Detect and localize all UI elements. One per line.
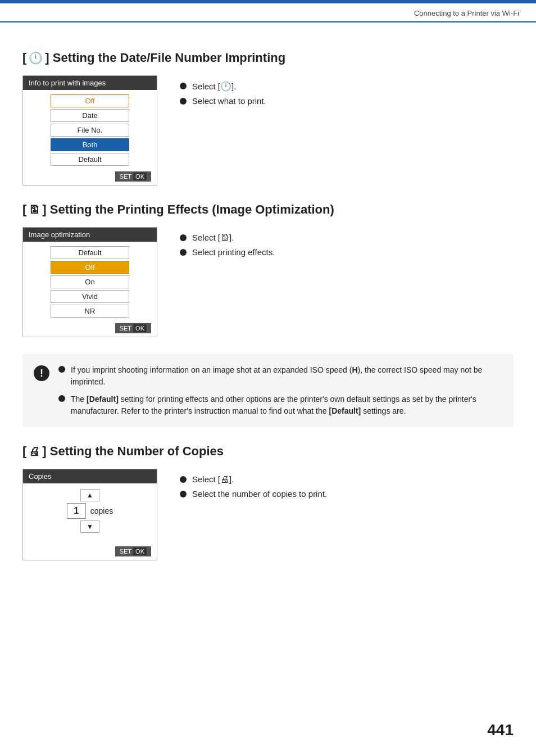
section1-title-text: ] Setting the Date/File Number Imprintin… <box>45 51 285 65</box>
menu-item-date[interactable]: Date <box>51 109 129 122</box>
bullet-dot-6 <box>180 491 187 497</box>
note-item-2: The [Default] setting for printing effec… <box>58 393 502 417</box>
bullet-dot-3 <box>180 234 187 241</box>
section1-bullets: Select [🕛]. Select what to print. <box>180 75 266 106</box>
copies-stepper: ▲ 1 copies ▼ <box>67 489 113 533</box>
menu-item-vivid[interactable]: Vivid <box>51 290 129 303</box>
page-header-label: Connecting to a Printer via Wi-Fi <box>0 3 536 21</box>
note-dot-1 <box>58 366 65 373</box>
section3-icon: 🖨 <box>29 445 40 458</box>
section3-bracket-open: [ <box>22 444 26 459</box>
stepper-up-button[interactable]: ▲ <box>80 489 99 501</box>
set-ok-button-1[interactable]: SET OK <box>115 171 151 182</box>
ok-label-2: OK <box>133 324 147 332</box>
section1-bullet-1-text: Select [🕛]. <box>192 81 236 92</box>
section2-block: Image optimization Default Off On Vivid … <box>22 227 514 337</box>
set-ok-button-2[interactable]: SET OK <box>115 323 151 333</box>
section2-icon: 🖻 <box>29 203 40 216</box>
header-text: Connecting to a Printer via Wi-Fi <box>414 9 519 17</box>
note-items: If you imprint shooting information on a… <box>58 364 502 417</box>
section1-menu-title: Info to print with images <box>23 76 157 90</box>
section1-menu: Info to print with images Off Date File … <box>22 75 157 185</box>
caution-icon: ! <box>34 365 49 381</box>
section1-icon: 🕛 <box>29 51 43 65</box>
menu-item-nr[interactable]: NR <box>51 305 129 318</box>
section3-bullet-1: Select [🖨]. <box>180 474 327 485</box>
note-item-1: If you imprint shooting information on a… <box>58 364 502 388</box>
section2-menu-items: Default Off On Vivid NR <box>23 242 157 320</box>
section2-menu: Image optimization Default Off On Vivid … <box>22 227 157 337</box>
section2-menu-footer: SET OK <box>23 320 157 337</box>
header-divider <box>0 21 536 22</box>
stepper-down-icon: ▼ <box>87 523 93 531</box>
set-label-1: SET <box>120 173 131 180</box>
section1-bracket-open: [ <box>22 51 26 65</box>
section1-bullet-2-text: Select what to print. <box>192 96 266 106</box>
section2-title-text: ] Setting the Printing Effects (Image Op… <box>42 202 334 217</box>
section3-block: Copies ▲ 1 copies ▼ S <box>22 469 514 560</box>
stepper-down-button[interactable]: ▼ <box>80 520 99 533</box>
note-box: ! If you imprint shooting information on… <box>22 354 514 427</box>
menu-item-both[interactable]: Both <box>51 138 129 151</box>
stepper-value: 1 <box>67 503 86 519</box>
section3-menu: Copies ▲ 1 copies ▼ S <box>22 469 157 560</box>
set-label-2: SET <box>120 325 131 332</box>
menu-item-off[interactable]: Off <box>51 94 129 107</box>
set-label-3: SET <box>120 548 131 555</box>
section3-menu-footer: SET OK <box>23 543 157 560</box>
section1-block: Info to print with images Off Date File … <box>22 75 514 185</box>
section1-title: [ 🕛 ] Setting the Date/File Number Impri… <box>22 51 514 65</box>
bullet-dot-1 <box>180 83 187 89</box>
menu-item-fileno[interactable]: File No. <box>51 124 129 137</box>
section1-menu-items: Off Date File No. Both Default <box>23 90 157 168</box>
section3-title-text: ] Setting the Number of Copies <box>42 444 224 459</box>
note-text-2: The [Default] setting for printing effec… <box>71 393 502 417</box>
set-ok-button-3[interactable]: SET OK <box>115 546 151 556</box>
stepper-up-icon: ▲ <box>87 491 93 499</box>
copies-label: copies <box>90 506 113 515</box>
page-number: 441 <box>487 721 514 739</box>
copies-menu-items: ▲ 1 copies ▼ <box>23 483 157 535</box>
section1-menu-footer: SET OK <box>23 168 157 185</box>
menu-item-off2[interactable]: Off <box>51 261 129 274</box>
section2-bullet-1: Select [🖻]. <box>180 233 275 243</box>
bullet-dot-4 <box>180 249 187 256</box>
menu-item-default[interactable]: Default <box>51 153 129 166</box>
bullet-dot-2 <box>180 98 187 105</box>
ok-label-3: OK <box>133 547 147 555</box>
note-text-1: If you imprint shooting information on a… <box>71 364 502 388</box>
section3-title: [ 🖨 ] Setting the Number of Copies <box>22 444 514 459</box>
section3-bullet-2: Select the number of copies to print. <box>180 489 327 499</box>
note-dot-2 <box>58 395 65 402</box>
section2-bullets: Select [🖻]. Select printing effects. <box>180 227 275 257</box>
stepper-value-row: 1 copies <box>67 503 113 519</box>
ok-label-1: OK <box>133 173 147 180</box>
page-content: [ 🕛 ] Setting the Date/File Number Impri… <box>0 34 536 600</box>
section2-menu-title: Image optimization <box>23 228 157 242</box>
section2-title: [ 🖻 ] Setting the Printing Effects (Imag… <box>22 202 514 217</box>
section2-bracket-open: [ <box>22 202 26 217</box>
section3-menu-title: Copies <box>23 469 157 483</box>
section2-bullet-1-text: Select [🖻]. <box>192 233 234 243</box>
section1-bullet-1: Select [🕛]. <box>180 81 266 92</box>
menu-item-default2[interactable]: Default <box>51 246 129 259</box>
menu-item-on[interactable]: On <box>51 275 129 288</box>
section3-bullet-1-text: Select [🖨]. <box>192 474 234 485</box>
section2-bullet-2: Select printing effects. <box>180 247 275 257</box>
section3-bullet-2-text: Select the number of copies to print. <box>192 489 327 499</box>
section1-bullet-2: Select what to print. <box>180 96 266 106</box>
bullet-dot-5 <box>180 476 187 483</box>
section3-bullets: Select [🖨]. Select the number of copies … <box>180 469 327 499</box>
section2-bullet-2-text: Select printing effects. <box>192 247 275 257</box>
